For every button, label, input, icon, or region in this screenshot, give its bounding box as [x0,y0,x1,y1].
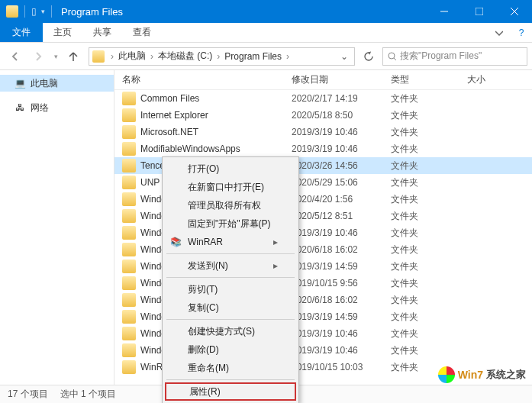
file-date: 2020/6/18 16:02 [292,244,391,255]
tab-file[interactable]: 文件 [0,23,43,42]
refresh-button[interactable] [360,47,378,66]
file-type: 文件夹 [391,92,467,105]
table-row[interactable]: Common Files2020/2/17 14:19文件夹 [114,90,532,107]
cm-create-shortcut[interactable]: 创建快捷方式(S) [165,322,296,340]
recent-dropdown-icon[interactable]: ▾ [50,46,61,67]
cm-send-to[interactable]: 发送到(N)▸ [165,256,296,275]
search-input[interactable]: 搜索"Program Files" [382,47,527,66]
file-type: 文件夹 [391,277,467,290]
file-date: 2020/5/18 8:50 [292,110,391,121]
navbar: ▾ › 此电脑 › 本地磁盘 (C:) › Program Files › ⌄ … [0,43,532,70]
cm-properties[interactable]: 属性(R) [165,382,296,401]
window-title: Program Files [61,6,123,18]
chevron-right-icon[interactable]: › [109,51,115,62]
watermark-site: 系统之家 [486,368,526,382]
cm-copy[interactable]: 复制(C) [165,298,296,317]
titlebar: ▯ ▾ Program Files [0,0,532,23]
file-date: 2020/6/18 16:02 [292,295,391,305]
file-type: 文件夹 [391,243,467,256]
file-type: 文件夹 [391,210,467,223]
cm-pin-start[interactable]: 固定到"开始"屏幕(P) [165,214,296,233]
chevron-right-icon[interactable]: › [285,51,291,62]
forward-button[interactable] [27,46,49,67]
address-dropdown-icon[interactable]: ⌄ [337,51,351,62]
col-type[interactable]: 类型 [391,73,467,86]
crumb-drive[interactable]: 本地磁盘 (C:) [155,50,215,63]
folder-icon [122,310,136,324]
tab-share[interactable]: 共享 [82,23,122,42]
cm-delete[interactable]: 删除(D) [165,340,296,359]
file-name: Microsoft.NET [140,127,292,137]
file-date: 2019/3/19 10:46 [292,345,391,356]
folder-icon [122,293,136,307]
ribbon-expand-icon[interactable] [488,23,511,42]
folder-icon [122,226,136,240]
table-row[interactable]: Internet Explorer2020/5/18 8:50文件夹 [114,107,532,124]
help-icon[interactable]: ? [511,23,532,42]
file-type: 文件夹 [391,294,467,307]
file-date: 2020/2/17 14:19 [292,93,391,104]
svg-rect-1 [476,8,483,15]
cm-open-new-window[interactable]: 在新窗口中打开(E) [165,178,296,196]
folder-icon [122,159,136,172]
col-date[interactable]: 修改日期 [292,73,391,86]
minimize-button[interactable] [427,0,462,23]
folder-icon [122,92,136,105]
file-date: 2019/3/19 10:46 [292,143,391,154]
cm-rename[interactable]: 重命名(M) [165,359,296,377]
file-type: 文件夹 [391,311,467,324]
cm-open[interactable]: 打开(O) [165,160,296,178]
cm-cut[interactable]: 剪切(T) [165,280,296,298]
windows-logo-icon [438,366,455,383]
file-type: 文件夹 [391,227,467,240]
file-date: 2019/3/19 14:59 [292,261,391,272]
up-button[interactable] [63,46,84,67]
sidebar-item-thispc[interactable]: 💻 此电脑 [0,75,114,92]
qat-dropdown-icon[interactable]: ▾ [41,8,45,15]
watermark-brand: Win7 [458,369,483,381]
folder-icon [122,243,136,256]
file-date: 2019/3/19 14:59 [292,311,391,322]
chevron-right-icon[interactable]: › [149,51,155,62]
sidebar-item-network[interactable]: 🖧 网络 [0,99,114,116]
folder-icon [122,327,136,340]
file-name: Common Files [140,93,292,104]
file-date: 2019/3/19 10:46 [292,227,391,238]
maximize-button[interactable] [462,0,497,23]
crumb-thispc[interactable]: 此电脑 [115,50,149,63]
file-date: 2019/3/19 10:46 [292,127,391,137]
separator [51,5,52,18]
watermark: Win7 系统之家 [438,366,526,383]
table-row[interactable]: Microsoft.NET2019/3/19 10:46文件夹 [114,124,532,140]
ribbon-tabs: 文件 主页 共享 查看 ? [0,23,532,43]
file-type: 文件夹 [391,344,467,357]
address-bar[interactable]: › 此电脑 › 本地磁盘 (C:) › Program Files › ⌄ [89,47,355,66]
status-selected: 选中 1 个项目 [60,388,116,401]
qat-button[interactable]: ▯ [31,6,37,17]
chevron-right-icon[interactable]: › [215,51,221,62]
chevron-right-icon: ▸ [273,237,278,247]
file-date: 2019/10/15 10:03 [292,362,391,372]
crumb-folder[interactable]: Program Files [221,51,285,62]
tab-view[interactable]: 查看 [122,23,162,42]
file-type: 文件夹 [391,126,467,139]
close-button[interactable] [497,0,532,23]
sidebar: 💻 此电脑 🖧 网络 [0,70,114,385]
cm-winrar[interactable]: 📚 WinRAR▸ [165,233,296,251]
folder-icon [122,142,136,156]
tab-home[interactable]: 主页 [43,23,82,42]
folder-icon [122,176,136,189]
separator [24,5,25,18]
back-button[interactable] [5,46,26,67]
col-name[interactable]: 名称 [122,73,292,86]
col-size[interactable]: 大小 [467,73,532,86]
search-icon [388,52,397,61]
file-name: Internet Explorer [140,110,292,121]
table-row[interactable]: ModifiableWindowsApps2019/3/19 10:46文件夹 [114,140,532,157]
file-date: 2019/10/15 9:56 [292,278,391,289]
column-headers: 名称 修改日期 类型 大小 [114,70,532,90]
folder-icon [92,50,105,63]
computer-icon: 💻 [14,77,26,89]
file-type: 文件夹 [391,176,467,189]
cm-admin-ownership[interactable]: 管理员取得所有权 [165,196,296,214]
